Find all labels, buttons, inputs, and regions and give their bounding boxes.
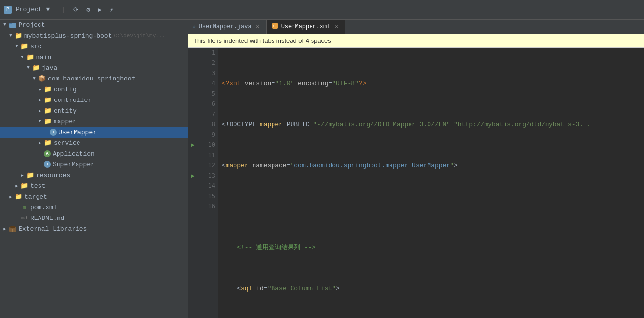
toolbar-icon-settings[interactable]: ⚙ xyxy=(86,6,90,14)
resources-label: resources xyxy=(36,172,70,179)
application-badge: A xyxy=(44,150,51,157)
application-label: Application xyxy=(53,150,95,158)
ln-13: 13 xyxy=(200,171,215,181)
notification-text: This file is indented with tabs instead … xyxy=(194,37,331,44)
arrow-service xyxy=(37,140,43,146)
external-libs-icon: ||| xyxy=(9,225,17,233)
arrow-entity xyxy=(37,108,43,114)
mybatisplus-path: C:\dev\git\my... xyxy=(114,33,165,39)
sidebar-item-application[interactable]: A Application xyxy=(0,148,188,159)
usermapper-label: UserMapper xyxy=(59,129,97,136)
gutter-11 xyxy=(188,150,197,160)
code-token-2-6: "http://mybatis.org/dtd/mybatis-3... xyxy=(454,119,591,130)
package-icon: 📦 xyxy=(38,75,46,82)
code-editor[interactable]: ▶ ▶ 1 2 3 4 5 6 7 8 9 10 11 1 xyxy=(188,48,644,318)
tab-xml-close[interactable]: ✕ xyxy=(333,23,340,30)
mapper-folder-icon: 📁 xyxy=(44,118,52,125)
toolbar-icon-sync[interactable]: ⟳ xyxy=(73,6,78,14)
code-token-6-7: > xyxy=(336,283,340,294)
code-token-6-5: = xyxy=(264,283,268,294)
mapper-label: mapper xyxy=(54,118,77,125)
readme-label: README.md xyxy=(30,215,64,222)
sidebar-item-config[interactable]: 📁 config xyxy=(0,84,188,95)
controller-folder-icon: 📁 xyxy=(44,96,52,104)
gutter-10: ▶ xyxy=(188,140,197,150)
java-label: java xyxy=(42,64,57,72)
ln-4: 4 xyxy=(200,79,215,89)
gutter-16 xyxy=(188,201,197,212)
ln-9: 9 xyxy=(200,130,215,140)
code-token-3-7: com.baomidou.springboot.mapper.UserMappe… xyxy=(294,160,450,171)
sidebar-item-entity[interactable]: 📁 entity xyxy=(0,105,188,116)
code-token-1-5: encoding xyxy=(294,79,328,89)
sidebar-item-target[interactable]: 📁 target xyxy=(0,191,188,202)
svg-rect-3 xyxy=(10,226,15,228)
test-label: test xyxy=(30,182,45,190)
ln-8: 8 xyxy=(200,119,215,130)
toolbar-icon-run[interactable]: ▶ xyxy=(98,6,102,14)
svg-rect-1 xyxy=(9,23,12,24)
arrow-usermapper xyxy=(43,129,49,135)
sidebar-item-mybatisplus[interactable]: 📁 mybatisplus-spring-boot C:\dev\git\my.… xyxy=(0,30,188,41)
arrow-mapper xyxy=(37,119,43,124)
ln-3: 3 xyxy=(200,68,215,79)
code-token-3-3 xyxy=(249,160,253,171)
sidebar-item-controller[interactable]: 📁 controller xyxy=(0,95,188,105)
sidebar-item-package[interactable]: 📦 com.baomidou.springboot xyxy=(0,73,188,84)
sidebar-item-external-libs[interactable]: ||| External Libraries xyxy=(0,223,188,234)
sidebar-item-resources[interactable]: 📁 resources xyxy=(0,170,188,180)
sidebar-item-src[interactable]: 📁 src xyxy=(0,41,188,52)
gutter-2 xyxy=(188,58,197,68)
arrow-external-libs xyxy=(2,226,8,232)
sidebar-item-mapper[interactable]: 📁 mapper xyxy=(0,116,188,127)
arrow-java xyxy=(25,65,31,71)
toolbar-icon-debug[interactable]: ⚡ xyxy=(110,6,114,14)
tab-usermapper-xml[interactable]: X UserMapper.xml ✕ xyxy=(267,20,346,34)
code-line-5: <!-- 通用查询结果列 --> xyxy=(222,242,640,253)
gutter-15 xyxy=(188,191,197,201)
sidebar-item-java[interactable]: 📁 java xyxy=(0,62,188,73)
tab-java-close[interactable]: ✕ xyxy=(254,23,261,30)
project-icon: P xyxy=(4,6,12,14)
sidebar-item-main[interactable]: 📁 main xyxy=(0,52,188,62)
ln-7: 7 xyxy=(200,109,215,119)
code-token-3-9: > xyxy=(454,160,458,171)
sidebar-item-project[interactable]: Project xyxy=(0,20,188,30)
src-label: src xyxy=(30,43,41,50)
editor-area: ☕ UserMapper.java ✕ X UserMapper.xml ✕ T… xyxy=(188,20,644,318)
code-token-3-2: mapper xyxy=(226,160,249,171)
sidebar-item-test[interactable]: 📁 test xyxy=(0,180,188,191)
resources-folder-icon: 📁 xyxy=(26,171,34,179)
sidebar-item-service[interactable]: 📁 service xyxy=(0,138,188,148)
sidebar-item-pom[interactable]: m pom.xml xyxy=(0,202,188,213)
dropdown-arrow[interactable]: ▼ xyxy=(46,6,50,13)
code-token-6-2: sql xyxy=(241,283,252,294)
sidebar-item-readme[interactable]: md README.md xyxy=(0,213,188,223)
tab-usermapper-java[interactable]: ☕ UserMapper.java ✕ xyxy=(188,20,267,34)
gutter-3 xyxy=(188,68,197,79)
left-gutter: ▶ ▶ xyxy=(188,48,197,318)
code-line-3: <mapper namespace="com.baomidou.springbo… xyxy=(222,160,640,171)
java-tab-icon: ☕ xyxy=(193,23,196,30)
sidebar-item-usermapper[interactable]: i UserMapper xyxy=(0,127,188,138)
sidebar-item-supermapper[interactable]: i SuperMapper xyxy=(0,159,188,170)
code-token-1-6: = xyxy=(328,79,332,89)
target-folder-icon: 📁 xyxy=(15,193,22,200)
code-token-1-2: version xyxy=(245,79,272,89)
project-folder-icon xyxy=(9,21,17,29)
svg-text:|||: ||| xyxy=(10,229,15,232)
gutter-1 xyxy=(188,48,197,58)
ln-16: 16 xyxy=(200,201,215,212)
arrow-pom xyxy=(14,204,20,210)
main-content: Project 📁 mybatisplus-spring-boot C:\dev… xyxy=(0,20,644,318)
line-numbers: 1 2 3 4 5 6 7 8 9 10 11 12 13 14 15 16 xyxy=(197,48,218,318)
code-content[interactable]: <?xml version="1.0" encoding="UTF-8"?> <… xyxy=(218,48,644,318)
ln-15: 15 xyxy=(200,191,215,201)
sidebar: Project 📁 mybatisplus-spring-boot C:\dev… xyxy=(0,20,188,318)
tab-xml-label: UserMapper.xml xyxy=(281,23,331,30)
gutter-14 xyxy=(188,181,197,191)
code-line-2: <!DOCTYPE mapper PUBLIC "-//mybatis.org/… xyxy=(222,119,640,130)
notification-banner: This file is indented with tabs instead … xyxy=(188,34,644,48)
controller-label: controller xyxy=(54,97,92,104)
main-folder-icon: 📁 xyxy=(26,53,34,61)
